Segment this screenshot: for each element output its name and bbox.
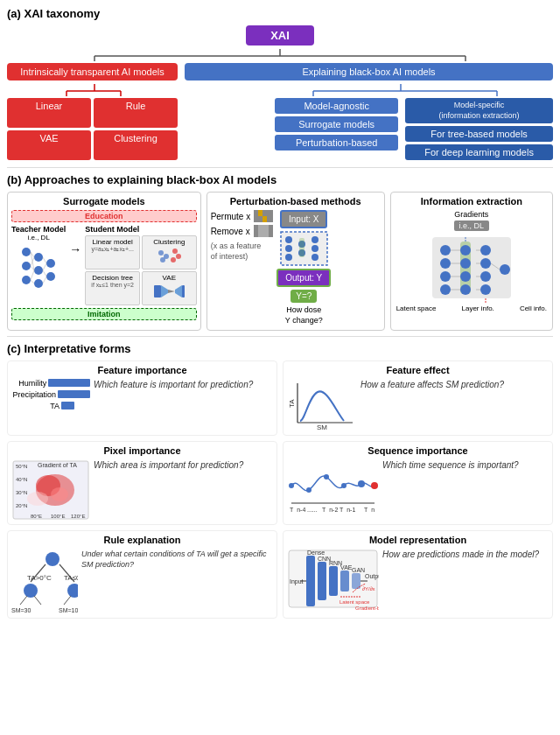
remove-icon (254, 225, 273, 237)
svg-text:20°N: 20°N (16, 503, 27, 508)
output-box: Output: Y (276, 269, 331, 287)
svg-point-35 (171, 257, 176, 262)
svg-point-12 (22, 248, 31, 256)
svg-text:......: ...... (307, 507, 318, 512)
svg-point-59 (440, 271, 451, 282)
perturb-layout: Permute x Remove x (211, 210, 381, 326)
svg-point-57 (440, 245, 451, 256)
svg-text:Gradient-based: Gradient-based (355, 606, 379, 611)
svg-line-29 (43, 276, 46, 284)
re-desc-text: Under what certain conditions of TA will… (81, 550, 267, 570)
svg-text:SM=10: SM=10 (59, 607, 78, 613)
si-content: T_n-4 ...... T_n-2 T_n-1 T_n Which time … (287, 459, 549, 512)
svg-text:SM: SM (317, 424, 327, 431)
part-c-title: (c) Interpretative forms (7, 342, 553, 355)
surrogate-title: Surrogate models (11, 196, 197, 206)
remove-item: Remove x (211, 225, 274, 237)
xai-level2: Linear Rule VAE Clustering Model-agnosti… (7, 98, 553, 160)
pi-content: 50°N 40°N 30°N 20°N 80°E 100°E 120°E Gra… (11, 459, 273, 521)
perturb-items: Permute x Remove x (211, 210, 274, 326)
fi-label-2: TA (11, 402, 60, 410)
svg-point-34 (176, 254, 181, 259)
main-container: (a) XAI taxonomy XAI Intrinsically trans… (0, 0, 560, 626)
svg-point-53 (312, 245, 318, 252)
arrow-teach: → (69, 242, 81, 256)
re-desc: Under what certain conditions of TA will… (81, 549, 273, 570)
svg-text:Output: Output (365, 573, 379, 580)
fi-bar-2 (61, 402, 74, 410)
mr-desc: How are predictions made in the model? (382, 549, 539, 561)
perturb-right: Input: X (276, 210, 331, 326)
fi-label-1: Precipitation (11, 390, 56, 399)
svg-text:50°N: 50°N (16, 464, 27, 469)
box-model-specific: Model-specific(information extraction) (405, 98, 553, 123)
svg-point-100 (289, 483, 294, 488)
svg-rect-40 (182, 285, 185, 298)
svg-line-22 (31, 257, 34, 266)
input-label: Input: X (289, 214, 318, 224)
svg-point-17 (34, 279, 43, 288)
model-rep-svg: Input Dense CNN RNN VAE GAN (287, 549, 379, 614)
svg-point-58 (440, 258, 451, 269)
svg-text:40°N: 40°N (16, 477, 27, 482)
svg-text:m³/m³: m³/m³ (11, 613, 28, 614)
output-label: Output: Y (285, 273, 322, 283)
fe-desc-text: How a feature affects SM prediction? (360, 380, 504, 389)
box-perturbation: Perturbation-based (275, 135, 398, 150)
info-dl-svg (428, 233, 515, 303)
svg-text:100°E: 100°E (51, 514, 65, 519)
svg-point-62 (460, 245, 471, 256)
svg-text:T_n-2: T_n-2 (322, 507, 338, 512)
si-desc: Which time sequence is important? (382, 459, 519, 472)
model-rep-cell: Model representation Input Dense CNN (283, 530, 553, 619)
input-box: Input: X (280, 210, 327, 228)
cell-label: Cell info. (520, 304, 547, 312)
perturbation-title: Perturbation-based methods (211, 196, 381, 206)
teacher-label: Teacher Model (11, 225, 66, 234)
svg-line-118 (20, 596, 27, 605)
svg-point-33 (172, 248, 178, 254)
remove-label: Remove x (211, 227, 250, 236)
svg-point-66 (480, 245, 491, 256)
svg-point-19 (46, 272, 55, 281)
svg-marker-38 (168, 290, 175, 293)
xai-root: XAI (7, 25, 553, 46)
svg-point-105 (371, 482, 378, 489)
re-title: Rule explanation (11, 535, 273, 545)
svg-rect-43 (262, 216, 267, 222)
svg-point-70 (500, 264, 510, 275)
svg-point-90 (27, 492, 48, 506)
fe-title: Feature effect (287, 365, 549, 375)
xai-root-box: XAI (246, 25, 314, 46)
svg-point-48 (285, 245, 292, 252)
pi-title: Pixel importance (11, 445, 273, 456)
svg-point-102 (324, 474, 329, 480)
permute-item: Permute x (211, 210, 274, 222)
svg-line-120 (64, 596, 71, 605)
svg-point-49 (285, 254, 292, 261)
rule-explanation-cell: Rule explanation TA>0°C TA≤0°C (7, 530, 277, 619)
svg-rect-36 (154, 285, 161, 298)
svg-point-13 (22, 262, 31, 270)
svg-point-52 (312, 236, 318, 243)
tree-connector2-svg (7, 84, 553, 96)
surrogate-panel: Surrogate models Education Teacher Model… (7, 192, 201, 330)
svg-point-89 (51, 487, 68, 501)
intrinsic-sub: Linear Rule VAE Clustering (7, 98, 178, 160)
gradient-label: Gradients (454, 210, 488, 219)
svg-text:SM=30: SM=30 (11, 607, 31, 613)
fi-row-2: TA (11, 402, 90, 410)
y-question-box: Y=? (290, 290, 317, 303)
cluster-svg (154, 246, 185, 265)
tree-connector-svg (7, 49, 553, 61)
pi-map: 50°N 40°N 30°N 20°N 80°E 100°E 120°E Gra… (11, 459, 90, 521)
svg-text:T_n-4: T_n-4 (290, 507, 305, 512)
pi-desc-text: Which area is important for prediction? (94, 460, 243, 470)
svg-point-69 (480, 284, 491, 295)
layer-label: Layer info. (461, 304, 494, 312)
svg-text:120°E: 120°E (71, 514, 85, 519)
xai-level1: Intrinsically transparent AI models Expl… (7, 63, 553, 80)
blackbox-col2: Model-specific(information extraction) F… (405, 98, 553, 160)
latent-label: Latent space (396, 304, 437, 312)
svg-text:m³/m³: m³/m³ (59, 613, 75, 614)
